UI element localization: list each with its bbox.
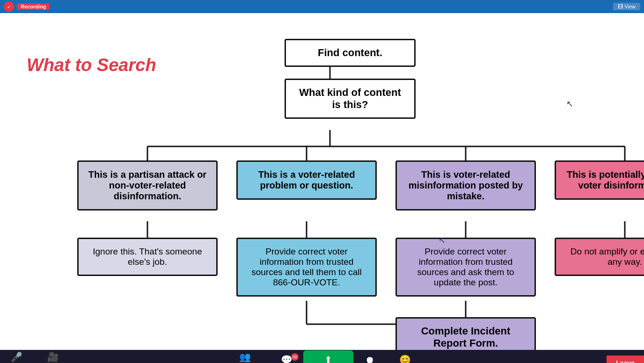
video-icon: 🎥	[47, 351, 59, 363]
recording-badge: Recording	[17, 3, 50, 10]
cursor-1: ↖	[566, 99, 573, 109]
result-4-box: Do not amplify or engage in any way.	[555, 238, 644, 276]
share-screen-button[interactable]: ⬆ Share Screen	[303, 350, 353, 363]
category-3-box: This is voter-related misinformation pos…	[395, 160, 536, 211]
microphone-muted-icon: 🎤	[11, 351, 22, 363]
shield-icon: ✓	[4, 1, 14, 12]
result-2-box: Provide correct voter information from t…	[236, 238, 377, 297]
what-kind-node: What kind of content is this?	[285, 79, 416, 119]
share-screen-icon: ⬆	[323, 353, 333, 363]
flowchart: Find content. What kind of content is th…	[70, 27, 630, 350]
participants-button[interactable]: 👥 Participants 25 ▲	[220, 349, 271, 363]
reactions-icon: 😊	[399, 354, 411, 363]
record-button[interactable]: ⏺ Record	[353, 353, 386, 363]
find-content-node: Find content.	[285, 39, 416, 67]
incident-report-box: Complete Incident Report Form.	[395, 317, 536, 350]
category-1-box: This is a partisan attack or non-voter-r…	[77, 160, 218, 211]
result-1-box: Ignore this. That's someone else's job.	[77, 238, 218, 276]
category-2-box: This is a voter-related problem or quest…	[236, 160, 377, 200]
reactions-button[interactable]: 😊 Reactions	[386, 352, 424, 363]
top-bar: ✓ Recording 🎞 View	[0, 0, 644, 13]
toolbar-left-controls: 🎤 Unmute ▲ 🎥 Start Video ▲	[0, 349, 73, 363]
toolbar-right-controls: Leave	[607, 356, 644, 363]
recording-section: ✓ Recording	[4, 1, 50, 12]
participants-icon: 👥	[239, 351, 251, 363]
start-video-button[interactable]: 🎥 Start Video ▲	[33, 349, 73, 363]
unmute-button[interactable]: 🎤 Unmute ▲	[0, 349, 33, 363]
toolbar: 🎤 Unmute ▲ 🎥 Start Video ▲ 👥 Participant…	[0, 350, 644, 363]
chat-badge: 30	[291, 353, 299, 361]
leave-button[interactable]: Leave	[607, 356, 644, 363]
category-4-box: This is potentially harmful voter disinf…	[555, 160, 644, 200]
view-button[interactable]: 🎞 View	[613, 3, 640, 10]
slide-area: What to Search	[0, 13, 644, 350]
record-icon: ⏺	[365, 355, 374, 363]
slide: What to Search	[0, 13, 644, 350]
chat-button[interactable]: 💬 30 Chat	[271, 352, 303, 363]
result-3-box: Provide correct voter information from t…	[395, 238, 536, 297]
